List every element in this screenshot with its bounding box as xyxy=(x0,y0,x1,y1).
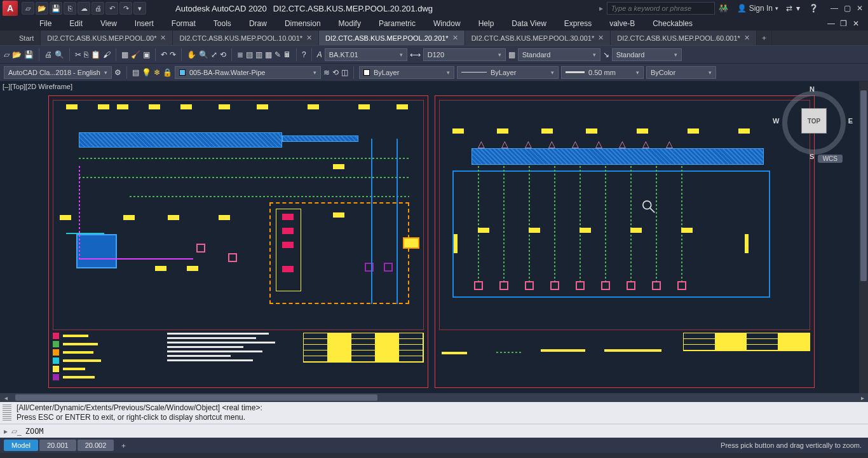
tab-close-icon[interactable]: ✕ xyxy=(160,34,166,42)
maximize-icon[interactable]: ▢ xyxy=(841,3,853,14)
scrollbar-vertical[interactable] xyxy=(859,81,868,393)
dim-icon[interactable]: ⟷ xyxy=(410,50,421,59)
layer-prev-icon[interactable]: ⟲ xyxy=(332,68,339,77)
exchange-icon[interactable]: ⇄ xyxy=(786,4,792,13)
compass-e[interactable]: E xyxy=(848,117,853,125)
menu-edit[interactable]: Edit xyxy=(62,18,90,29)
save2-icon[interactable]: 💾 xyxy=(24,50,34,59)
compass-w[interactable]: W xyxy=(773,117,779,125)
view-cube[interactable]: TOP N E S W xyxy=(779,88,849,158)
close-icon[interactable]: ✕ xyxy=(854,3,865,14)
search-input[interactable] xyxy=(607,2,715,15)
menu-valveb[interactable]: valve-B xyxy=(602,18,642,29)
qat-more-icon[interactable]: ▾ xyxy=(133,2,146,15)
block-icon[interactable]: ▦ xyxy=(121,50,128,59)
layer-freeze-icon[interactable]: ❄ xyxy=(154,68,160,77)
markup-icon[interactable]: ✎ xyxy=(275,50,281,59)
mdi-close-icon[interactable]: ✕ xyxy=(853,19,864,28)
signin-button[interactable]: 👤 Sign In ▾ xyxy=(737,4,778,13)
ssm-icon[interactable]: ▦ xyxy=(265,50,272,59)
tab-doc-20[interactable]: DI2.CTC.ASB.KUS.MEP.POOL.20.201*✕ xyxy=(319,31,465,45)
preview-icon[interactable]: 🔍 xyxy=(55,50,64,59)
scroll-left-icon[interactable]: ◂ xyxy=(1,394,10,401)
clean-icon[interactable]: 🧹 xyxy=(131,50,140,59)
layout-tab-2[interactable]: 20.002 xyxy=(78,440,114,451)
app-store-icon[interactable]: ▾ xyxy=(796,4,800,13)
print-icon[interactable]: 🖨 xyxy=(44,50,52,59)
text-style-combo[interactable]: BA.KT.01▾ xyxy=(325,48,407,61)
web-open-icon[interactable]: ☁ xyxy=(78,2,90,15)
menu-modify[interactable]: Modify xyxy=(331,18,369,29)
undo-icon[interactable]: ↶ xyxy=(105,2,118,15)
zoom-win-icon[interactable]: ⤢ xyxy=(211,50,217,59)
layer-combo[interactable]: 005-BA-Raw.Water-Pipe▾ xyxy=(175,66,321,79)
new-icon[interactable]: ▱ xyxy=(22,2,34,15)
table-style-combo[interactable]: Standard▾ xyxy=(518,48,600,61)
app-logo[interactable]: A xyxy=(3,1,18,16)
tab-close-icon[interactable]: ✕ xyxy=(306,34,312,42)
tab-doc-60[interactable]: DI2.CTC.ASB.KUS.MEP.POOL.60.001*✕ xyxy=(611,31,757,45)
scroll-right-icon[interactable]: ▸ xyxy=(858,394,867,401)
menu-insert[interactable]: Insert xyxy=(127,18,161,29)
menu-tools[interactable]: Tools xyxy=(206,18,239,29)
infocenter-icon[interactable]: 👬 xyxy=(719,4,728,13)
pan-icon[interactable]: ✋ xyxy=(187,50,196,59)
mleader-style-combo[interactable]: Standard▾ xyxy=(612,48,682,61)
menu-parametric[interactable]: Parametric xyxy=(371,18,423,29)
viewport-label[interactable]: [–][Top][2D Wireframe] xyxy=(3,83,72,90)
menu-express[interactable]: Express xyxy=(557,18,599,29)
dcenter-icon[interactable]: ▤ xyxy=(246,50,253,59)
minimize-icon[interactable]: — xyxy=(829,3,840,14)
workspace-combo[interactable]: AutoCAD Cla...2018 - English▾ xyxy=(4,66,112,79)
ws-settings-icon[interactable]: ⚙ xyxy=(114,68,121,77)
menu-dataview[interactable]: Data View xyxy=(504,18,553,29)
color-combo[interactable]: ByLayer▾ xyxy=(359,66,454,79)
menu-window[interactable]: Window xyxy=(426,18,468,29)
cut-icon[interactable]: ✂ xyxy=(75,50,81,59)
props-icon[interactable]: ≣ xyxy=(237,50,243,59)
help-icon[interactable]: ❔ xyxy=(809,4,818,13)
select-icon[interactable]: ▣ xyxy=(143,50,150,59)
mdi-restore-icon[interactable]: ❐ xyxy=(840,19,851,28)
tab-doc-30[interactable]: DI2.CTC.ASB.KUS.MEP.POOL.30.001*✕ xyxy=(465,31,611,45)
mleader-icon[interactable]: ↘ xyxy=(603,50,609,59)
paste-icon[interactable]: 📋 xyxy=(91,50,100,59)
wcs-tag[interactable]: WCS xyxy=(818,155,843,163)
tpalette-icon[interactable]: ▥ xyxy=(255,50,262,59)
layer-lock-icon[interactable]: 🔒 xyxy=(163,68,172,77)
plot-icon[interactable]: 🖨 xyxy=(92,2,104,15)
zoom-rt-icon[interactable]: 🔍 xyxy=(199,50,208,59)
layer-iso-icon[interactable]: ◫ xyxy=(341,68,348,77)
match-icon[interactable]: 🖌 xyxy=(103,50,111,59)
drawing-area[interactable]: [–][Top][2D Wireframe] TOP N E S W WCS xyxy=(0,81,868,393)
save-icon[interactable]: 💾 xyxy=(50,2,62,15)
menu-draw[interactable]: Draw xyxy=(241,18,275,29)
plotstyle-combo[interactable]: ByColor▾ xyxy=(646,66,716,79)
menu-help[interactable]: Help xyxy=(471,18,502,29)
command-input[interactable] xyxy=(25,427,864,436)
menu-view[interactable]: View xyxy=(93,18,125,29)
compass-s[interactable]: S xyxy=(810,153,814,160)
copy-icon[interactable]: ⎘ xyxy=(84,50,88,59)
qnew-icon[interactable]: ▱ xyxy=(4,50,10,59)
mdi-min-icon[interactable]: — xyxy=(827,19,839,28)
scroll-thumb[interactable] xyxy=(860,90,867,281)
tab-doc-00[interactable]: DI2.CTC.ASB.KUS.MEP.POOL.00*✕ xyxy=(41,31,173,45)
tab-close-icon[interactable]: ✕ xyxy=(598,34,604,42)
menu-checkables[interactable]: Checkables xyxy=(645,18,700,29)
command-chevron-icon[interactable]: ▸ xyxy=(4,427,8,436)
table-icon[interactable]: ▦ xyxy=(508,50,515,59)
lineweight-combo[interactable]: 0.50 mm▾ xyxy=(561,66,644,79)
redo-icon[interactable]: ↷ xyxy=(119,2,132,15)
layer-state-icon[interactable]: ≋ xyxy=(323,68,330,77)
saveas-icon[interactable]: ⎘ xyxy=(64,2,76,15)
layer-on-icon[interactable]: 💡 xyxy=(142,68,151,77)
open-icon[interactable]: 📂 xyxy=(36,2,48,15)
tab-doc-10[interactable]: DI2.CTC.ASB.KUS.MEP.POOL.10.001*✕ xyxy=(173,31,319,45)
redo2-icon[interactable]: ↷ xyxy=(170,50,176,59)
cube-face[interactable]: TOP xyxy=(801,108,827,134)
menu-dimension[interactable]: Dimension xyxy=(277,18,329,29)
dim-style-combo[interactable]: D120▾ xyxy=(423,48,506,61)
text-icon[interactable]: A xyxy=(317,50,322,59)
tab-close-icon[interactable]: ✕ xyxy=(452,34,458,42)
